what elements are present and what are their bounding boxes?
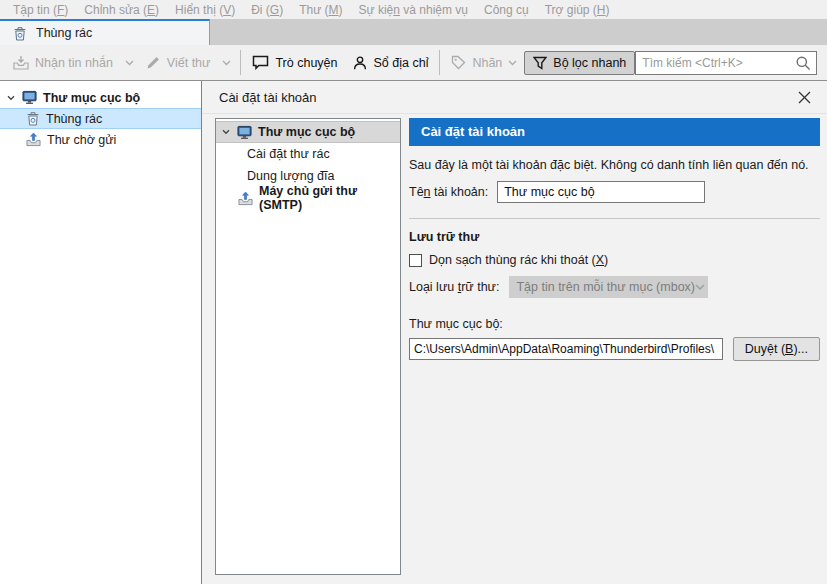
account-name-row: Tên tài khoản: — [409, 181, 820, 203]
computer-icon — [237, 125, 252, 140]
chevron-down-icon — [221, 127, 231, 137]
folder-row-outbox[interactable]: Thư chờ gửi — [0, 129, 201, 150]
quick-filter-button[interactable]: Bộ lọc nhanh — [524, 51, 635, 75]
close-icon[interactable] — [795, 88, 814, 107]
menubar: Tập tin (F) Chỉnh sửa (E) Hiển thị (V) Đ… — [0, 0, 827, 19]
computer-icon — [22, 90, 37, 105]
address-book-icon — [352, 55, 368, 71]
get-messages-icon — [13, 55, 29, 70]
address-book-button[interactable]: Sổ địa chỉ — [345, 50, 436, 76]
trash-icon — [13, 26, 27, 41]
storage-section-title: Lưu trữ thư — [409, 230, 820, 244]
search-icon — [795, 55, 811, 71]
account-name-field[interactable] — [497, 181, 705, 203]
account-description: Sau đây là một tài khoản đặc biệt. Không… — [409, 158, 820, 172]
chat-button[interactable]: Trò chuyện — [245, 50, 344, 75]
store-type-value: Tập tin trên mỗi thư mục (mbox) — [516, 280, 695, 294]
get-messages-dropdown-arrow[interactable] — [120, 52, 139, 74]
write-dropdown-arrow[interactable] — [217, 52, 236, 74]
chevron-down-icon — [508, 60, 517, 66]
thunderbird-window: Tập tin (F) Chỉnh sửa (E) Hiển thị (V) Đ… — [0, 0, 827, 584]
menu-item-edit[interactable]: Chỉnh sửa (E) — [76, 3, 167, 17]
tag-button[interactable]: Nhãn — [444, 50, 524, 75]
browse-button[interactable]: Duyệt (B)... — [733, 337, 820, 361]
store-type-label: Loại lưu trữ thư: — [409, 280, 499, 294]
empty-trash-checkbox[interactable] — [409, 254, 422, 267]
local-directory-field[interactable] — [409, 338, 723, 360]
search-input[interactable] — [636, 56, 795, 70]
tree-item-local-folders[interactable]: Thư mục cục bộ — [216, 121, 400, 143]
folder-row-trash[interactable]: Thùng rác — [0, 108, 201, 129]
outbox-icon — [26, 132, 41, 147]
trash-icon — [26, 111, 40, 126]
menu-item-events-tasks[interactable]: Sự kiện và nhiệm vụ — [351, 3, 476, 17]
tab-trash[interactable]: Thùng rác — [0, 19, 210, 45]
empty-trash-row: Dọn sạch thùng rác khi thoát (X) — [409, 253, 820, 267]
content-header: Cài đặt tài khoản — [409, 118, 820, 146]
chevron-down-icon — [695, 284, 705, 291]
chat-icon — [252, 55, 269, 70]
smtp-icon — [238, 191, 253, 206]
tree-item-smtp-server[interactable]: Máy chủ gửi thư (SMTP) — [216, 187, 400, 209]
store-type-row: Loại lưu trữ thư: Tập tin trên mỗi thư m… — [409, 276, 820, 298]
local-directory-row: Duyệt (B)... — [409, 337, 820, 361]
settings-content: Cài đặt tài khoản Sau đây là một tài kho… — [409, 118, 820, 575]
account-name-label: Tên tài khoản: — [409, 185, 488, 199]
menu-item-file[interactable]: Tập tin (F) — [5, 3, 76, 17]
account-settings-dialog: Cài đặt tài khoản — [201, 81, 827, 584]
chevron-down-icon — [6, 93, 16, 103]
dialog-title: Cài đặt tài khoản — [219, 90, 795, 105]
toolbar-separator — [240, 50, 241, 75]
dialog-header: Cài đặt tài khoản — [202, 81, 827, 114]
menu-item-message[interactable]: Thư (M) — [291, 3, 350, 17]
search-box — [635, 51, 817, 75]
folder-row-local-folders[interactable]: Thư mục cục bộ — [0, 87, 201, 108]
dialog-body: Thư mục cục bộ Cài đặt thư rác Dung lượn… — [202, 114, 827, 584]
menu-item-go[interactable]: Đi (G) — [243, 3, 291, 17]
tab-bar: Thùng rác — [0, 19, 827, 45]
menu-item-view[interactable]: Hiển thị (V) — [167, 3, 243, 17]
tab-label: Thùng rác — [36, 26, 92, 40]
pencil-icon — [146, 55, 161, 70]
chevron-down-icon — [125, 60, 134, 66]
settings-tree: Thư mục cục bộ Cài đặt thư rác Dung lượn… — [215, 118, 401, 575]
menu-item-help[interactable]: Trợ giúp (H) — [537, 3, 618, 17]
chevron-down-icon — [222, 60, 231, 66]
section-divider — [409, 218, 820, 219]
tag-icon — [451, 55, 466, 70]
store-type-select[interactable]: Tập tin trên mỗi thư mục (mbox) — [509, 276, 708, 298]
empty-trash-label: Dọn sạch thùng rác khi thoát (X) — [429, 253, 608, 267]
main-area: Thư mục cục bộ Thùng rác — [0, 81, 827, 584]
write-button[interactable]: Viết thư — [139, 50, 218, 75]
local-directory-label: Thư mục cục bộ: — [409, 317, 820, 331]
tree-item-junk-settings[interactable]: Cài đặt thư rác — [216, 143, 400, 165]
main-toolbar: Nhận tin nhắn Viết thư Trò chuyện — [0, 45, 827, 81]
toolbar-separator — [439, 50, 440, 75]
folder-pane: Thư mục cục bộ Thùng rác — [0, 81, 201, 584]
funnel-icon — [533, 56, 547, 70]
get-messages-button[interactable]: Nhận tin nhắn — [6, 50, 120, 75]
menu-item-tools[interactable]: Công cụ — [476, 3, 537, 17]
